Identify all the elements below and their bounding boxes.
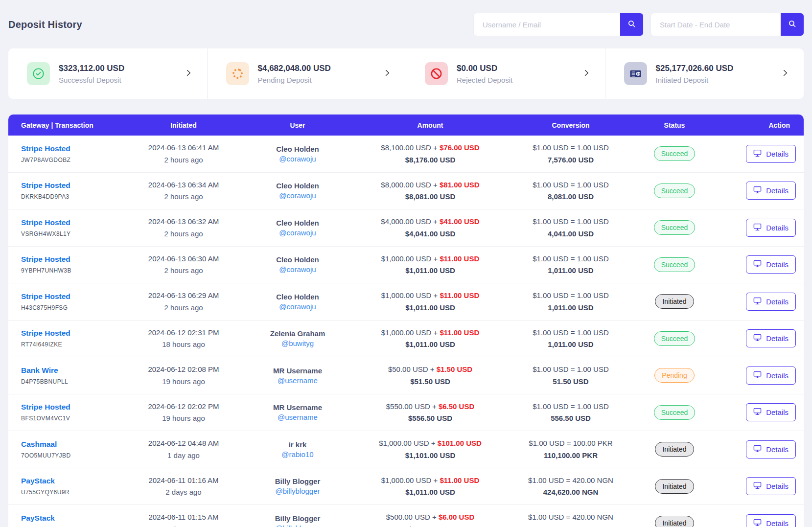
username-link[interactable]: @corawoju [279, 265, 316, 274]
username-search-button[interactable] [620, 13, 643, 36]
ban-icon [425, 62, 448, 85]
gateway-link[interactable]: Stripe Hosted [21, 403, 70, 412]
amount-fee: $41.00 USD [440, 217, 480, 226]
status-badge: Succeed [654, 257, 695, 272]
transaction-id: D4P75BBNUPLL [21, 378, 111, 385]
stat-amount: $323,112.00 USD [59, 64, 179, 73]
column-header-status: Status [623, 115, 726, 136]
table-row: Stripe Hosted DKRKB4DD9PA3 2024-06-13 06… [8, 172, 804, 209]
username-email-search-input[interactable] [474, 13, 620, 36]
username-link[interactable]: @username [278, 376, 318, 385]
amount-base: $500.00 USD + [386, 513, 439, 521]
user-full-name: Billy Blogger [256, 514, 339, 523]
details-button[interactable]: Details [746, 293, 796, 311]
deposit-history-table: Gateway | Transaction Initiated User Amo… [8, 115, 804, 527]
monitor-icon [753, 481, 762, 491]
time-ago: 2 hours ago [116, 302, 251, 313]
gateway-link[interactable]: Stripe Hosted [21, 255, 70, 264]
details-button[interactable]: Details [746, 514, 796, 527]
amount-fee: $101.00 USD [438, 439, 482, 447]
stat-card-initiated-deposit[interactable]: $ $25,177,026.60 USD Initiated Deposit [605, 48, 804, 99]
username-link[interactable]: @billyblogger [275, 487, 320, 495]
stat-amount: $0.00 USD [457, 64, 577, 73]
time-ago: 2 hours ago [116, 265, 251, 276]
gateway-link[interactable]: PayStack [21, 477, 55, 485]
amount-base: $50.00 USD + [388, 365, 437, 373]
date-range-search-input[interactable] [651, 13, 781, 36]
status-badge: Pending [654, 368, 694, 383]
time-ago: 19 hours ago [116, 376, 251, 387]
time-ago: 2 days ago [116, 487, 251, 498]
topbar: Deposit History [0, 0, 812, 36]
amount-base: $1,000.00 USD + [381, 254, 440, 263]
monitor-icon [753, 519, 762, 527]
transaction-id: VSRGH4WX8L1Y [21, 230, 111, 237]
date-search-button[interactable] [781, 13, 804, 36]
details-button[interactable]: Details [746, 219, 796, 237]
username-link[interactable]: @buwityg [281, 339, 314, 347]
transaction-id: U755GYQY6U9R [21, 489, 111, 496]
amount-fee: $6.00 USD [439, 513, 474, 521]
amount-base: $550.00 USD + [386, 402, 439, 411]
table-row: Stripe Hosted 9YBPH7UNHW3B 2024-06-13 06… [8, 246, 804, 283]
time-ago: 18 hours ago [116, 339, 251, 350]
details-button[interactable]: Details [746, 477, 796, 495]
username-link[interactable]: @corawoju [279, 302, 316, 311]
user-full-name: MR Username [256, 403, 339, 412]
monitor-icon [753, 186, 762, 195]
converted-amount: 1,011.00 USD [522, 265, 620, 276]
deposit-date: 2024-06-13 06:30 AM [116, 253, 251, 264]
details-button[interactable]: Details [746, 329, 796, 347]
stat-card-rejected-deposit[interactable]: $0.00 USD Rejected Deposit [406, 48, 605, 99]
gateway-link[interactable]: Stripe Hosted [21, 292, 70, 301]
username-link[interactable]: @corawoju [279, 229, 316, 237]
username-link[interactable]: @rabio10 [281, 450, 313, 458]
stat-card-pending-deposit[interactable]: $4,682,048.00 USD Pending Deposit [208, 48, 407, 99]
gateway-link[interactable]: Bank Wire [21, 366, 58, 375]
stat-card-successful-deposit[interactable]: $323,112.00 USD Successful Deposit [8, 48, 208, 99]
details-button[interactable]: Details [746, 440, 796, 458]
time-ago: 2 days ago [116, 524, 251, 527]
converted-amount: 110,100.00 PKR [522, 450, 620, 461]
details-button[interactable]: Details [746, 145, 796, 163]
monitor-icon [753, 223, 762, 232]
details-button[interactable]: Details [746, 367, 796, 385]
status-badge: Succeed [654, 331, 695, 346]
conversion-rate: $1.00 USD = 420.00 NGN [522, 512, 620, 523]
amount-fee: $81.00 USD [440, 181, 480, 189]
gateway-link[interactable]: Stripe Hosted [21, 218, 70, 227]
stat-label: Rejected Deposit [457, 76, 577, 84]
amount-base: $8,100.00 USD + [381, 143, 440, 152]
gateway-link[interactable]: Cashmaal [21, 440, 57, 449]
amount-base: $1,000.00 USD + [381, 476, 440, 484]
username-link[interactable]: @corawoju [279, 155, 316, 163]
details-button[interactable]: Details [746, 403, 796, 421]
username-link[interactable]: @username [278, 413, 318, 421]
amount-total: $556.50 USD [345, 413, 516, 424]
converted-amount: 4,041.00 USD [522, 229, 620, 239]
conversion-rate: $1.00 USD = 1.00 USD [522, 216, 620, 227]
details-button-label: Details [766, 445, 789, 454]
gateway-link[interactable]: PayStack [21, 514, 55, 523]
username-link[interactable]: @billyblogger [275, 524, 320, 527]
banknote-icon: $ [624, 62, 647, 85]
converted-amount: 556.50 USD [522, 413, 620, 424]
details-button[interactable]: Details [746, 255, 796, 274]
username-link[interactable]: @corawoju [279, 191, 316, 200]
user-full-name: MR Username [256, 367, 339, 375]
status-badge: Succeed [654, 405, 695, 420]
gateway-link[interactable]: Stripe Hosted [21, 144, 70, 153]
table-row: Stripe Hosted BFS1OVM4VC1V 2024-06-12 02… [8, 394, 804, 431]
details-button[interactable]: Details [746, 182, 796, 200]
converted-amount: 51.50 USD [522, 376, 620, 387]
page-title: Deposit History [8, 19, 82, 30]
amount-total: $506.00 USD [345, 524, 516, 527]
amount-fee: $1.50 USD [437, 365, 472, 373]
conversion-rate: $1.00 USD = 1.00 USD [522, 180, 620, 190]
gateway-link[interactable]: Stripe Hosted [21, 329, 70, 338]
amount-fee: $11.00 USD [440, 476, 479, 484]
gateway-link[interactable]: Stripe Hosted [21, 181, 70, 190]
details-button-label: Details [766, 334, 789, 343]
search-icon [788, 20, 796, 29]
conversion-rate: $1.00 USD = 1.00 USD [522, 401, 620, 412]
